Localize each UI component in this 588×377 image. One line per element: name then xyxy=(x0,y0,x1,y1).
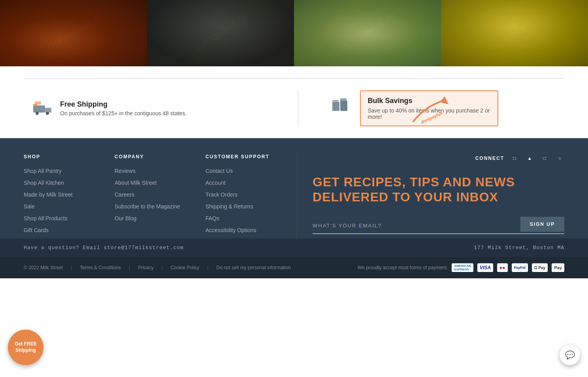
list-item[interactable]: Subscribe to the Magazine xyxy=(115,203,194,210)
shipping-returns-link[interactable]: Shipping & Returns xyxy=(205,203,253,210)
get-free-shipping-button[interactable]: Get FREE Shipping xyxy=(8,330,43,365)
facebook-icon[interactable]: □ xyxy=(541,154,549,163)
pinterest-icon[interactable]: ○ xyxy=(556,154,564,163)
svg-rect-7 xyxy=(340,101,347,111)
svg-rect-8 xyxy=(332,100,339,103)
track-orders-link[interactable]: Track Orders xyxy=(205,191,237,198)
footer-top: SHOP Shop All Pantry Shop All Kitchen Ma… xyxy=(24,154,564,238)
svg-rect-6 xyxy=(332,102,339,111)
faqs-link[interactable]: FAQs xyxy=(205,215,219,221)
list-item[interactable]: Gift Cards xyxy=(24,227,103,234)
footer-shop-column: SHOP Shop All Pantry Shop All Kitchen Ma… xyxy=(24,154,115,238)
bulk-savings-section: Bulk Savings Save up to 40% on items whe… xyxy=(298,90,565,126)
support-heading: CUSTOMER SUPPORT xyxy=(205,154,285,159)
newsletter-heading: GET RECIPES, TIPS AND NEWS DELIVERED TO … xyxy=(313,174,564,205)
bulk-savings-box: Bulk Savings Save up to 40% on items whe… xyxy=(360,90,498,126)
footer-question-bar: Have a question? Email store@177milkstre… xyxy=(0,238,588,257)
contact-link[interactable]: Contact Us xyxy=(205,168,233,174)
shipping-title: Free Shipping xyxy=(60,100,187,109)
subscribe-link[interactable]: Subscribe to the Magazine xyxy=(115,203,180,210)
list-item[interactable]: Shop All Kitchen xyxy=(24,179,103,186)
blog-link[interactable]: Our Blog xyxy=(115,215,136,221)
list-item[interactable]: Shipping & Returns xyxy=(205,203,285,210)
payment-icons: We proudly accept most forms of payment:… xyxy=(358,263,564,272)
list-item[interactable]: Sale xyxy=(24,203,103,210)
gallery-image-1: dontpayfull xyxy=(0,0,147,66)
shop-heading: SHOP xyxy=(24,154,103,159)
sale-link[interactable]: Sale xyxy=(24,203,35,210)
paypal-icon: PayPal xyxy=(512,263,528,272)
shipping-benefit-text: Free Shipping On purchases of $125+ in t… xyxy=(60,100,187,116)
list-item[interactable]: Our Blog xyxy=(115,215,194,222)
amex-icon: AMERICANEXPRESS xyxy=(452,263,473,272)
company-heading: COMPANY xyxy=(115,154,194,159)
list-item[interactable]: About Milk Street xyxy=(115,179,194,186)
shop-kitchen-link[interactable]: Shop All Kitchen xyxy=(24,180,64,186)
list-item[interactable]: Accessibility Options xyxy=(205,227,285,234)
about-link[interactable]: About Milk Street xyxy=(115,180,157,186)
list-item[interactable]: Track Orders xyxy=(205,191,285,198)
reviews-link[interactable]: Reviews xyxy=(115,168,136,174)
footer-company-column: COMPANY Reviews About Milk Street Career… xyxy=(115,154,205,238)
payment-text: We proudly accept most forms of payment: xyxy=(358,265,448,270)
svg-point-3 xyxy=(46,112,49,115)
social-connect: CONNECT □ ▴ □ ○ xyxy=(313,154,564,163)
shop-links: Shop All Pantry Shop All Kitchen Made by… xyxy=(24,167,103,234)
email-input[interactable] xyxy=(313,219,520,232)
terms-link[interactable]: Terms & Conditions xyxy=(80,265,121,270)
svg-rect-0 xyxy=(33,105,45,113)
list-item[interactable]: Contact Us xyxy=(205,167,285,174)
free-shipping-label: Get FREE Shipping xyxy=(8,341,43,353)
company-links: Reviews About Milk Street Careers Subscr… xyxy=(115,167,194,222)
list-item[interactable]: Reviews xyxy=(115,167,194,174)
footer: SHOP Shop All Pantry Shop All Kitchen Ma… xyxy=(0,138,588,238)
chat-icon: 💬 xyxy=(565,350,575,360)
accessibility-link[interactable]: Accessibility Options xyxy=(205,227,256,233)
svg-rect-5 xyxy=(35,101,41,105)
question-text: Have a question? Email store@177milkstre… xyxy=(24,245,184,251)
cookie-link[interactable]: Cookie Policy xyxy=(171,265,200,270)
image-gallery: dontpayfull dontpayfull dontpayfull dont… xyxy=(0,0,588,66)
shop-pantry-link[interactable]: Shop All Pantry xyxy=(24,168,62,174)
signup-button[interactable]: SIGN UP xyxy=(520,217,564,232)
shipping-description: On purchases of $125+ in the contiguous … xyxy=(60,110,187,116)
footer-newsletter: CONNECT □ ▴ □ ○ GET RECIPES, TIPS AND NE… xyxy=(296,154,564,238)
footer-legal-links: © 2022 Milk Street | Terms & Conditions … xyxy=(24,265,291,270)
careers-link[interactable]: Careers xyxy=(115,191,134,198)
footer-support-column: CUSTOMER SUPPORT Contact Us Account Trac… xyxy=(205,154,296,238)
applepay-icon: Pay xyxy=(552,263,564,272)
svg-rect-9 xyxy=(340,98,347,101)
support-links: Contact Us Account Track Orders Shipping… xyxy=(205,167,285,234)
account-link[interactable]: Account xyxy=(205,180,226,186)
list-item[interactable]: Account xyxy=(205,179,285,186)
instagram-icon[interactable]: □ xyxy=(511,154,519,163)
list-item[interactable]: Shop All Pantry xyxy=(24,167,103,174)
shipping-benefit: Free Shipping On purchases of $125+ in t… xyxy=(24,90,298,126)
bulk-icon xyxy=(330,94,352,116)
svg-rect-1 xyxy=(45,108,51,113)
gallery-image-3: dontpayfull xyxy=(294,0,441,66)
copyright-text: © 2022 Milk Street xyxy=(24,265,63,270)
list-item[interactable]: Made by Milk Street xyxy=(24,191,103,198)
gallery-image-2: dontpayfull xyxy=(147,0,294,66)
list-item[interactable]: Shop All Products xyxy=(24,215,103,222)
bulk-title: Bulk Savings xyxy=(368,97,490,105)
footer-legal-bar: © 2022 Milk Street | Terms & Conditions … xyxy=(0,257,588,278)
privacy-link[interactable]: Privacy xyxy=(138,265,153,270)
svg-point-2 xyxy=(36,112,39,115)
gift-cards-link[interactable]: Gift Cards xyxy=(24,227,49,233)
donotsell-link[interactable]: Do not sell my personal information xyxy=(216,265,290,270)
email-form: SIGN UP xyxy=(313,217,564,234)
mastercard-icon: ●● xyxy=(497,263,508,272)
list-item[interactable]: Careers xyxy=(115,191,194,198)
shop-products-link[interactable]: Shop All Products xyxy=(24,215,68,221)
twitter-icon[interactable]: ▴ xyxy=(526,154,534,163)
section-divider xyxy=(24,78,564,79)
address-text: 177 Milk Street, Boston MA xyxy=(474,245,564,251)
list-item[interactable]: FAQs xyxy=(205,215,285,222)
chat-button[interactable]: 💬 xyxy=(560,345,580,365)
gpay-icon: G Pay xyxy=(532,263,548,272)
bulk-description: Save up to 40% on items when you purchas… xyxy=(368,107,490,120)
made-by-link[interactable]: Made by Milk Street xyxy=(24,191,73,198)
benefits-bar: Free Shipping On purchases of $125+ in t… xyxy=(24,90,564,126)
